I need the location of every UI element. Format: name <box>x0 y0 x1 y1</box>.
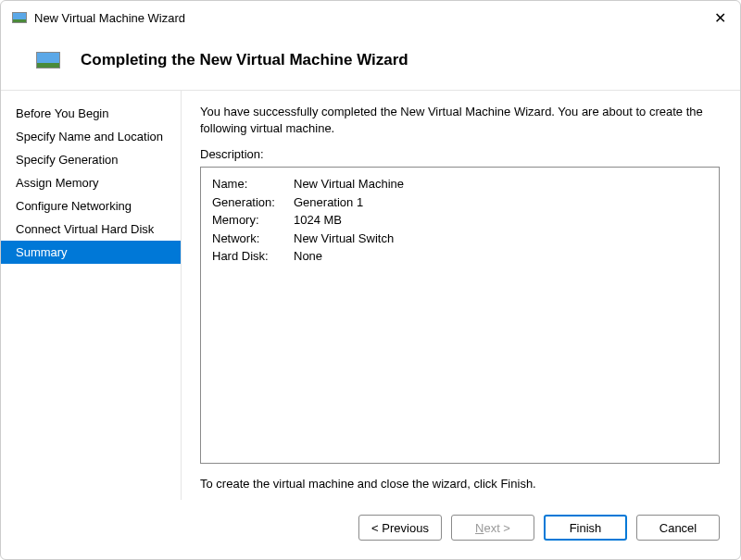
summary-row-memory: Memory: 1024 MB <box>212 211 708 230</box>
summary-key: Generation: <box>212 193 294 212</box>
summary-key: Name: <box>212 175 294 193</box>
description-box: Name: New Virtual Machine Generation: Ge… <box>200 167 720 464</box>
summary-key: Network: <box>212 230 294 248</box>
sidebar-item-assign-memory[interactable]: Assign Memory <box>1 171 181 194</box>
summary-value: None <box>294 247 708 266</box>
titlebar: New Virtual Machine Wizard ✕ <box>1 1 740 34</box>
sidebar-item-before-you-begin[interactable]: Before You Begin <box>1 102 181 125</box>
sidebar-item-connect-vhd[interactable]: Connect Virtual Hard Disk <box>1 218 181 241</box>
summary-value: Generation 1 <box>294 193 708 212</box>
vm-icon <box>12 12 27 23</box>
content-area: Before You Begin Specify Name and Locati… <box>1 91 740 500</box>
summary-value: 1024 MB <box>294 211 708 230</box>
summary-key: Memory: <box>212 211 294 230</box>
summary-row-network: Network: New Virtual Switch <box>212 230 708 248</box>
wizard-steps-sidebar: Before You Begin Specify Name and Locati… <box>1 91 182 500</box>
sidebar-item-specify-name[interactable]: Specify Name and Location <box>1 125 181 148</box>
window-title: New Virtual Machine Wizard <box>34 11 710 25</box>
summary-value: New Virtual Machine <box>294 175 708 193</box>
page-title: Completing the New Virtual Machine Wizar… <box>81 51 408 69</box>
button-bar: < Previous Next > Finish Cancel <box>1 500 740 559</box>
sidebar-item-specify-generation[interactable]: Specify Generation <box>1 148 181 171</box>
close-icon[interactable]: ✕ <box>710 9 729 27</box>
vm-icon <box>36 52 60 68</box>
finish-button[interactable]: Finish <box>544 515 627 541</box>
description-label: Description: <box>200 147 720 161</box>
summary-value: New Virtual Switch <box>294 230 708 248</box>
sidebar-item-configure-networking[interactable]: Configure Networking <box>1 194 181 218</box>
sidebar-item-summary[interactable]: Summary <box>1 241 181 264</box>
summary-row-name: Name: New Virtual Machine <box>212 175 708 193</box>
cancel-button[interactable]: Cancel <box>636 515 720 541</box>
main-panel: You have successfully completed the New … <box>182 91 740 500</box>
previous-button[interactable]: < Previous <box>358 515 442 541</box>
wizard-header: Completing the New Virtual Machine Wizar… <box>1 34 740 91</box>
summary-row-harddisk: Hard Disk: None <box>212 247 708 266</box>
summary-key: Hard Disk: <box>212 247 294 266</box>
intro-text: You have successfully completed the New … <box>200 104 720 136</box>
next-button: Next > <box>451 515 534 541</box>
finish-text: To create the virtual machine and close … <box>200 477 720 491</box>
summary-row-generation: Generation: Generation 1 <box>212 193 708 212</box>
